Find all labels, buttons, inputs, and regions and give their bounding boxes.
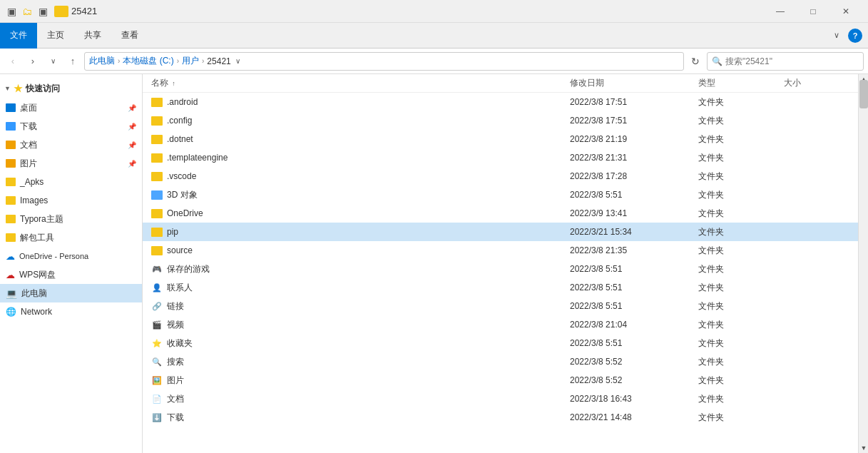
- quick-access-star-icon: ★: [14, 83, 23, 94]
- onedrive-icon: ☁: [6, 251, 15, 262]
- table-row[interactable]: 🔍 搜索 2022/3/8 5:52 文件夹: [143, 352, 858, 371]
- table-row[interactable]: 🎬 视频 2022/3/8 21:04 文件夹: [143, 315, 858, 334]
- forward-button[interactable]: ›: [24, 53, 41, 70]
- file-list-header: 名称 ↑ 修改日期 类型 大小: [143, 74, 858, 93]
- sidebar-item-downloads[interactable]: 下载 📌: [0, 117, 142, 136]
- sidebar-item-wps[interactable]: ☁ WPS网盘: [0, 265, 142, 284]
- tab-file[interactable]: 文件: [0, 23, 37, 49]
- search-input[interactable]: [725, 56, 859, 66]
- sidebar-item-unpack[interactable]: 解包工具: [0, 228, 142, 247]
- sidebar-item-documents[interactable]: 文档 📌: [0, 136, 142, 154]
- address-dropdown-button[interactable]: ∨: [235, 57, 240, 65]
- file-icon: 🎮: [151, 264, 163, 274]
- ribbon-help-button[interactable]: ?: [848, 29, 862, 43]
- sidebar-item-pictures[interactable]: 图片 📌: [0, 154, 142, 173]
- table-row[interactable]: ⭐ 收藏夹 2022/3/8 5:51 文件夹: [143, 334, 858, 352]
- sidebar-item-onedrive[interactable]: ☁ OneDrive - Persona: [0, 247, 142, 265]
- file-date-cell: 2022/3/8 21:19: [567, 134, 695, 144]
- folder-icon: [151, 116, 163, 126]
- scrollbar-down-button[interactable]: ▼: [859, 443, 868, 453]
- title-bar-icons: ▣ 🗂 ▣: [6, 6, 48, 17]
- sidebar-onedrive-label: OneDrive - Persona: [19, 252, 88, 260]
- sidebar-wps-label: WPS网盘: [19, 269, 56, 281]
- sidebar-item-thispc[interactable]: 💻 此电脑: [0, 284, 142, 302]
- file-name-cell: 🖼️ 图片: [148, 375, 567, 387]
- table-row[interactable]: .dotnet 2022/3/8 21:19 文件夹: [143, 130, 858, 148]
- back-button[interactable]: ‹: [4, 53, 21, 70]
- file-name-text: .android: [167, 97, 198, 107]
- file-name-text: pip: [167, 227, 178, 237]
- table-row[interactable]: 🎮 保存的游戏 2022/3/8 5:51 文件夹: [143, 260, 858, 278]
- breadcrumb-users[interactable]: 用户: [182, 55, 199, 67]
- table-row[interactable]: 👤 联系人 2022/3/8 5:51 文件夹: [143, 278, 858, 297]
- sidebar-apks-label: _Apks: [20, 177, 44, 187]
- tab-view[interactable]: 查看: [111, 23, 148, 49]
- file-icon: ⬇️: [151, 412, 163, 422]
- up-button[interactable]: ↑: [64, 53, 81, 70]
- table-row[interactable]: 📄 文档 2022/3/18 16:43 文件夹: [143, 390, 858, 408]
- sidebar-pc-label: 此电脑: [21, 287, 47, 300]
- ribbon-expand-button[interactable]: ∨: [828, 27, 845, 44]
- col-header-type[interactable]: 类型: [695, 77, 781, 89]
- recent-locations-button[interactable]: ∨: [44, 53, 61, 70]
- table-row[interactable]: 🔗 链接 2022/3/8 5:51 文件夹: [143, 297, 858, 315]
- documents-pin-icon: 📌: [128, 141, 136, 149]
- maximize-button[interactable]: □: [797, 0, 829, 23]
- search-bar[interactable]: 🔍: [707, 52, 864, 71]
- sidebar-typora-label: Typora主题: [20, 213, 63, 225]
- scrollbar-thumb[interactable]: [859, 80, 868, 108]
- breadcrumb-pc[interactable]: 此电脑: [89, 55, 115, 67]
- table-row[interactable]: OneDrive 2022/3/9 13:41 文件夹: [143, 204, 858, 223]
- file-icon: ⭐: [151, 338, 163, 348]
- breadcrumb-c-drive[interactable]: 本地磁盘 (C:): [123, 55, 173, 67]
- file-name-text: .templateengine: [167, 153, 228, 163]
- file-icon: 👤: [151, 283, 163, 292]
- file-date-cell: 2022/3/18 16:43: [567, 394, 695, 404]
- quick-access-chevron: ▼: [4, 85, 11, 92]
- sidebar-item-typora[interactable]: Typora主题: [0, 210, 142, 228]
- col-header-size[interactable]: 大小: [781, 77, 852, 89]
- tab-home[interactable]: 主页: [37, 23, 74, 49]
- refresh-button[interactable]: ↻: [687, 53, 704, 70]
- desktop-folder-icon: [6, 103, 16, 112]
- table-row[interactable]: .android 2022/3/8 17:51 文件夹: [143, 93, 858, 111]
- tb-icon-3: ▣: [37, 6, 48, 17]
- col-header-name[interactable]: 名称 ↑: [148, 77, 567, 89]
- table-row[interactable]: pip 2022/3/21 15:34 文件夹: [143, 223, 858, 241]
- file-name-cell: pip: [148, 227, 567, 237]
- close-button[interactable]: ✕: [829, 0, 862, 23]
- file-date-cell: 2022/3/8 17:51: [567, 116, 695, 126]
- file-name-text: 链接: [167, 300, 184, 312]
- minimize-button[interactable]: —: [764, 0, 797, 23]
- address-bar[interactable]: 此电脑 › 本地磁盘 (C:) › 用户 › 25421 ∨: [84, 52, 684, 71]
- table-row[interactable]: .vscode 2022/3/8 17:28 文件夹: [143, 167, 858, 185]
- file-date-cell: 2022/3/21 15:34: [567, 227, 695, 237]
- table-row[interactable]: ⬇️ 下载 2022/3/21 14:48 文件夹: [143, 408, 858, 427]
- wps-icon: ☁: [6, 270, 15, 280]
- file-date-cell: 2022/3/21 14:48: [567, 412, 695, 422]
- table-row[interactable]: .config 2022/3/8 17:51 文件夹: [143, 111, 858, 130]
- table-row[interactable]: 3D 对象 2022/3/8 5:51 文件夹: [143, 185, 858, 204]
- col-header-date[interactable]: 修改日期: [567, 77, 695, 89]
- apks-folder-icon: [6, 178, 16, 186]
- table-row[interactable]: source 2022/3/8 21:35 文件夹: [143, 241, 858, 260]
- tab-share[interactable]: 共享: [74, 23, 111, 49]
- sidebar-images-label: Images: [20, 195, 48, 205]
- file-type-cell: 文件夹: [695, 393, 781, 405]
- table-row[interactable]: 🖼️ 图片 2022/3/8 5:52 文件夹: [143, 371, 858, 390]
- quick-access-header[interactable]: ▼ ★ 快速访问: [0, 78, 142, 98]
- file-date-cell: 2022/3/9 13:41: [567, 208, 695, 218]
- table-row[interactable]: .templateengine 2022/3/8 21:31 文件夹: [143, 148, 858, 167]
- sidebar-item-desktop[interactable]: 桌面 📌: [0, 98, 142, 117]
- quick-access-section: ▼ ★ 快速访问 桌面 📌 下载 📌 文档 📌 图片: [0, 78, 142, 247]
- sidebar-item-apks[interactable]: _Apks: [0, 173, 142, 191]
- file-date-cell: 2022/3/8 17:28: [567, 171, 695, 181]
- file-name-cell: .android: [148, 97, 567, 107]
- file-icon: 🔍: [151, 357, 163, 367]
- file-date-cell: 2022/3/8 5:52: [567, 375, 695, 385]
- sidebar-item-images[interactable]: Images: [0, 191, 142, 210]
- scrollbar-track[interactable]: ▲ ▼: [858, 74, 868, 453]
- file-area: 名称 ↑ 修改日期 类型 大小 .android 2022/3/8 17:51 …: [143, 74, 858, 453]
- window-title: 25421: [71, 6, 764, 16]
- sidebar-item-network[interactable]: 🌐 Network: [0, 302, 142, 321]
